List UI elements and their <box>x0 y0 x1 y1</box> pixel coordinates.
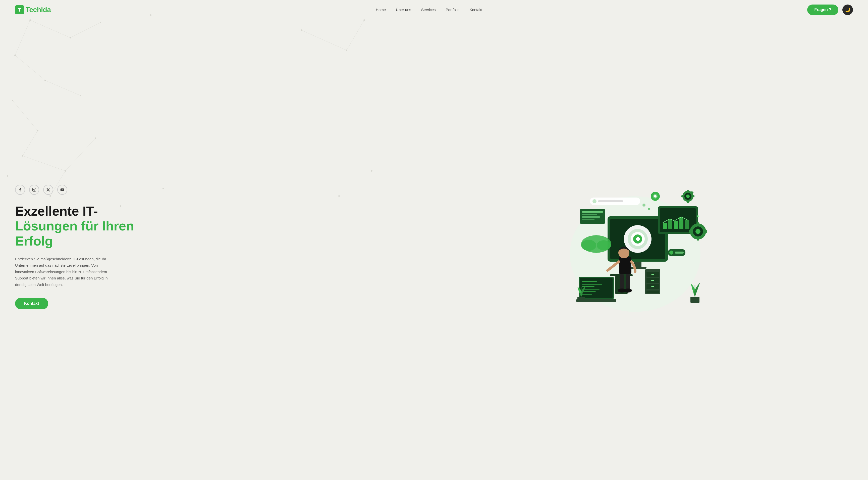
svg-rect-62 <box>620 274 624 289</box>
nav-links: Home Über uns Services Portfolio Kontakt <box>376 7 482 12</box>
svg-point-102 <box>643 204 646 207</box>
svg-point-100 <box>679 219 681 221</box>
svg-rect-117 <box>651 274 654 275</box>
nav-item-portfolio[interactable]: Portfolio <box>446 7 460 12</box>
headline-line3: Erfolg <box>15 234 53 248</box>
svg-rect-72 <box>685 220 689 229</box>
svg-point-83 <box>695 229 701 234</box>
svg-point-108 <box>669 250 673 254</box>
nav-item-home[interactable]: Home <box>376 7 386 12</box>
svg-rect-52 <box>582 284 602 285</box>
svg-rect-76 <box>687 190 689 192</box>
svg-rect-79 <box>681 195 684 197</box>
fragen-button[interactable]: Fragen ? <box>807 4 838 15</box>
svg-rect-85 <box>697 238 699 240</box>
headline-line1: Exzellente IT- <box>15 204 98 218</box>
it-illustration <box>557 181 713 312</box>
social-icons <box>15 185 392 195</box>
nav-item-ueber-uns[interactable]: Über uns <box>396 7 411 12</box>
nav-link-ueber-uns[interactable]: Über uns <box>396 7 411 12</box>
nav-right: Fragen ? 🌙 <box>807 4 853 15</box>
instagram-icon[interactable] <box>29 185 39 195</box>
headline-line2: Lösungen für Ihren <box>15 219 134 233</box>
nav-item-kontakt[interactable]: Kontakt <box>470 7 483 12</box>
hero-section: Exzellente IT- Lösungen für Ihren Erfolg… <box>0 20 868 480</box>
hero-illustration-wrapper <box>417 181 853 313</box>
svg-point-106 <box>597 240 611 250</box>
logo-text: Techida <box>26 6 51 14</box>
svg-text:T: T <box>18 7 21 12</box>
hero-description: Entdecken Sie maßgeschneiderte IT-Lösung… <box>15 256 111 288</box>
svg-point-97 <box>592 199 596 203</box>
svg-rect-118 <box>651 280 654 281</box>
svg-point-103 <box>697 215 699 217</box>
svg-rect-86 <box>704 230 707 233</box>
hero-left: Exzellente IT- Lösungen für Ihren Erfolg… <box>15 185 392 310</box>
svg-point-75 <box>686 194 690 198</box>
nav-link-kontakt[interactable]: Kontakt <box>470 7 483 12</box>
svg-rect-119 <box>651 286 654 287</box>
svg-point-101 <box>648 208 650 210</box>
nav-item-services[interactable]: Services <box>421 7 436 12</box>
hero-headline: Exzellente IT- Lösungen für Ihren Erfolg <box>15 204 392 249</box>
svg-rect-84 <box>697 222 699 226</box>
svg-rect-78 <box>692 195 694 197</box>
nav-link-portfolio[interactable]: Portfolio <box>446 7 460 12</box>
navbar: T Techida Home Über uns Services Portfol… <box>0 0 868 20</box>
svg-rect-55 <box>582 291 596 292</box>
svg-rect-95 <box>582 219 594 220</box>
svg-rect-48 <box>629 267 647 269</box>
svg-rect-35 <box>32 188 36 191</box>
svg-point-105 <box>581 240 596 251</box>
svg-rect-109 <box>675 251 684 253</box>
facebook-icon[interactable] <box>15 185 25 195</box>
svg-rect-54 <box>582 289 599 290</box>
svg-rect-110 <box>578 297 585 302</box>
svg-rect-116 <box>647 291 659 293</box>
svg-point-65 <box>624 289 632 293</box>
svg-rect-93 <box>582 214 597 215</box>
dark-mode-toggle[interactable]: 🌙 <box>842 4 853 15</box>
svg-point-99 <box>674 223 677 225</box>
svg-rect-68 <box>663 223 667 229</box>
svg-rect-63 <box>626 274 630 289</box>
kontakt-button[interactable]: Kontakt <box>15 298 48 309</box>
svg-rect-77 <box>687 200 689 203</box>
svg-rect-46 <box>636 238 640 240</box>
nav-link-services[interactable]: Services <box>421 7 436 12</box>
svg-rect-98 <box>598 200 623 202</box>
x-twitter-icon[interactable] <box>43 185 53 195</box>
svg-rect-56 <box>582 294 592 295</box>
svg-rect-69 <box>668 219 672 229</box>
svg-rect-87 <box>689 230 692 233</box>
logo-icon: T <box>15 5 24 14</box>
svg-rect-92 <box>582 211 603 213</box>
svg-rect-111 <box>690 297 700 303</box>
svg-rect-51 <box>582 281 597 282</box>
logo[interactable]: T Techida <box>15 5 51 14</box>
hero-illustration <box>557 181 713 313</box>
svg-rect-60 <box>619 257 631 274</box>
svg-rect-53 <box>582 286 594 287</box>
svg-point-90 <box>654 195 656 198</box>
svg-rect-71 <box>679 217 683 229</box>
moon-icon: 🌙 <box>845 7 850 12</box>
svg-rect-94 <box>582 216 600 218</box>
youtube-icon[interactable] <box>57 185 67 195</box>
nav-link-home[interactable]: Home <box>376 7 386 12</box>
